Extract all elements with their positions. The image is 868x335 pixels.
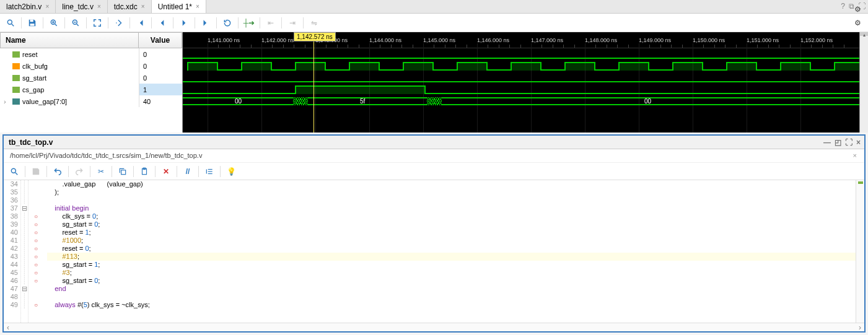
tick-label: 1,145.000 ns xyxy=(423,37,455,43)
signal-row[interactable]: reset0 xyxy=(0,48,182,60)
copy-icon[interactable] xyxy=(116,165,129,178)
tick-label: 1,142.000 ns xyxy=(261,37,294,43)
go-first-icon[interactable] xyxy=(134,16,147,30)
svg-line-10 xyxy=(77,24,79,25)
prev-edge-icon[interactable] xyxy=(156,16,169,30)
svg-rect-2 xyxy=(30,19,33,22)
prev-transition-icon[interactable]: ⇤ xyxy=(264,16,278,30)
add-marker-icon[interactable]: ┼➜ xyxy=(242,16,256,30)
col-header-name[interactable]: Name xyxy=(0,32,139,48)
wave-trace xyxy=(183,84,868,95)
tick-label: 1,147.000 ns xyxy=(531,37,563,43)
signal-value: 0 xyxy=(139,60,182,72)
paste-icon[interactable] xyxy=(138,165,151,178)
wave-trace xyxy=(183,72,868,84)
waveform-view: Name Value reset0clk_bufg0sg_start0cs_ga… xyxy=(0,32,868,133)
signal-list-panel: Name Value reset0clk_bufg0sg_start0cs_ga… xyxy=(0,32,183,133)
next-edge-icon[interactable] xyxy=(177,16,191,30)
search-icon[interactable] xyxy=(7,165,21,178)
gear-icon[interactable]: ⚙ xyxy=(851,16,864,30)
tab-line-tdc[interactable]: line_tdc.v× xyxy=(56,0,108,13)
wire-icon xyxy=(12,51,20,58)
svg-rect-13 xyxy=(121,170,126,174)
waveform-toolbar: ┼➜ ⇤ ⇥ ⇋ ⚙ xyxy=(0,14,868,32)
comment-icon[interactable]: // xyxy=(181,165,195,178)
undo-icon[interactable] xyxy=(51,165,64,178)
svg-point-11 xyxy=(11,168,15,173)
signal-row[interactable]: cs_gap1 xyxy=(0,84,182,95)
time-ruler: 1,141.000 ns1,142.000 ns1,143.000 ns1,14… xyxy=(183,32,868,48)
tick-label: 1,144.000 ns xyxy=(369,37,401,43)
close-icon[interactable]: × xyxy=(196,3,199,10)
tab-latch2bin[interactable]: latch2bin.v× xyxy=(0,0,56,13)
wave-trace xyxy=(183,60,868,72)
zoom-in-icon[interactable] xyxy=(47,16,61,30)
scroll-right-icon[interactable]: › xyxy=(856,323,864,332)
signal-name: cs_gap xyxy=(22,86,44,94)
swap-icon[interactable]: ⇋ xyxy=(307,16,321,30)
waveform-canvas[interactable]: 1,142.572 ns 1,141.000 ns1,142.000 ns1,1… xyxy=(183,32,868,133)
bus-icon xyxy=(12,98,20,105)
signal-row[interactable]: sg_start0 xyxy=(0,72,182,84)
svg-line-12 xyxy=(15,172,18,175)
cut-icon[interactable]: ✂ xyxy=(94,165,108,178)
col-header-value[interactable]: Value xyxy=(139,32,182,48)
close-icon[interactable]: × xyxy=(856,138,861,147)
tick-label: 1,148.000 ns xyxy=(585,37,617,43)
time-marker[interactable]: 1,142.572 ns xyxy=(294,32,336,41)
restore-icon[interactable]: ◰ xyxy=(835,138,841,147)
minimize-icon[interactable]: — xyxy=(823,138,831,147)
svg-line-7 xyxy=(55,24,57,25)
tick-label: 1,146.000 ns xyxy=(477,37,509,43)
wire-icon xyxy=(12,75,20,81)
signal-value: 0 xyxy=(139,48,182,60)
editor-title-bar: tb_tdc_top.v — ◰ ⛶ × xyxy=(4,136,864,149)
file-tabbar: latch2bin.v× line_tdc.v× tdc.xdc× Untitl… xyxy=(0,0,868,14)
editor-toolbar: ✂ ✕ // 💡 ⚙ xyxy=(4,163,864,180)
svg-point-0 xyxy=(7,20,12,24)
svg-rect-3 xyxy=(30,24,35,26)
tick-label: 1,141.000 ns xyxy=(208,37,240,43)
signal-name: value_gap[7:0] xyxy=(22,98,67,105)
zoom-out-icon[interactable] xyxy=(69,16,82,30)
code-editor-panel: tb_tdc_top.v — ◰ ⛶ × /home/lcl/Prj/Vivad… xyxy=(2,134,866,333)
signal-value: 40 xyxy=(139,95,182,107)
close-icon[interactable]: × xyxy=(141,3,145,10)
svg-line-1 xyxy=(12,24,14,26)
goto-cursor-icon[interactable] xyxy=(112,16,126,30)
search-icon[interactable] xyxy=(4,16,17,30)
file-path: /home/lcl/Prj/Vivado/tdc/tdc_t/tdc_t.src… xyxy=(10,152,202,159)
overview-ruler[interactable] xyxy=(856,180,864,323)
tab-tdc-xdc[interactable]: tdc.xdc× xyxy=(108,0,152,13)
lightbulb-icon[interactable]: 💡 xyxy=(224,165,238,178)
go-last-icon[interactable] xyxy=(199,16,213,30)
save-icon[interactable] xyxy=(29,165,43,178)
scrollbar-vertical[interactable]: ▴ xyxy=(859,32,868,133)
indent-icon[interactable] xyxy=(203,165,216,178)
next-transition-icon[interactable]: ⇥ xyxy=(286,16,299,30)
close-icon[interactable]: × xyxy=(97,3,101,10)
signal-name: clk_bufg xyxy=(22,63,48,70)
close-icon[interactable]: × xyxy=(45,3,49,10)
close-icon[interactable]: × xyxy=(853,152,857,159)
redo-icon[interactable] xyxy=(72,165,86,178)
signal-row[interactable]: ›value_gap[7:0]40 xyxy=(0,95,182,107)
scrollbar-horizontal[interactable]: ‹ › xyxy=(4,323,864,331)
help-icon[interactable]: ? xyxy=(841,2,845,11)
gear-icon[interactable]: ⚙ xyxy=(851,2,864,16)
editor-path-bar: /home/lcl/Prj/Vivado/tdc/tdc_t/tdc_t.src… xyxy=(4,149,864,163)
tick-label: 1,149.000 ns xyxy=(639,37,671,43)
wave-trace: 00 5f 00 xyxy=(183,95,868,107)
save-icon[interactable] xyxy=(25,16,39,30)
restart-icon[interactable] xyxy=(221,16,234,30)
delete-icon[interactable]: ✕ xyxy=(159,165,173,178)
signal-name: reset xyxy=(22,51,37,58)
cursor-line[interactable] xyxy=(313,38,314,133)
code-area[interactable]: 34353637383940414243444546474849 ┊┊┊⊟┊┊┊… xyxy=(4,180,864,323)
tab-untitled[interactable]: Untitled 1*× xyxy=(152,0,206,13)
scroll-left-icon[interactable]: ‹ xyxy=(4,323,12,332)
signal-row[interactable]: clk_bufg0 xyxy=(0,60,182,72)
zoom-fit-icon[interactable] xyxy=(90,16,104,30)
maximize-icon[interactable]: ⛶ xyxy=(845,138,853,147)
editor-title: tb_tdc_top.v xyxy=(9,138,53,147)
